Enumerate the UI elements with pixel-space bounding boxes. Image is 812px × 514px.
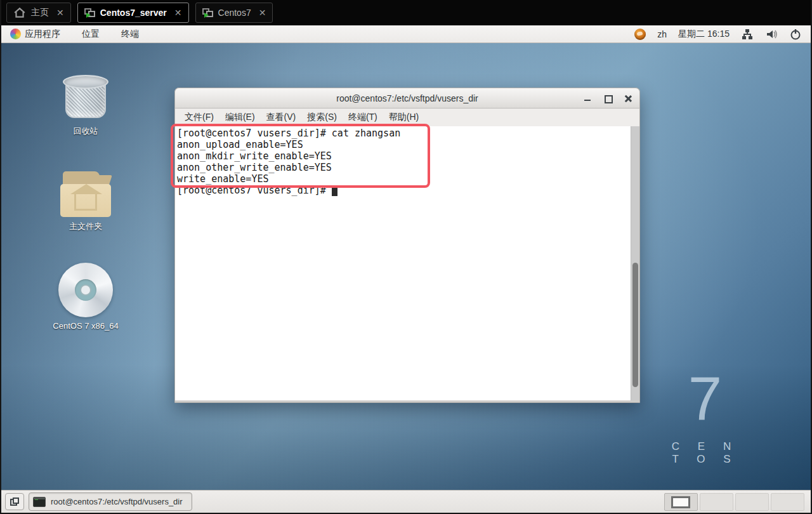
menu-edit[interactable]: 编辑(E): [221, 110, 259, 124]
wallpaper-brand-word: C E N T O S: [662, 440, 748, 466]
terminal-line: [root@centos7 vusers_dir]# cat zhangsan: [177, 128, 629, 139]
applications-menu[interactable]: 应用程序: [8, 27, 63, 41]
terminal-window: root@centos7:/etc/vsftpd/vusers_dir 文件(F…: [174, 88, 640, 403]
taskbar-window-label: root@centos7:/etc/vsftpd/vusers_dir: [51, 497, 183, 506]
home-folder-icon: [59, 171, 112, 217]
viewer-tabbar: 主页 ✕ Centos7_server ✕ Centos7 ✕: [1, 0, 811, 25]
terminal-line: anon_mkdir_write_enable=YES: [177, 150, 629, 162]
places-label: 位置: [82, 29, 100, 40]
input-method-icon[interactable]: [634, 29, 646, 40]
clock[interactable]: 星期二 16:15: [678, 29, 730, 40]
cdrom-icon: [58, 263, 113, 317]
terminal-menubar: 文件(F) 编辑(E) 查看(V) 搜索(S) 终端(T) 帮助(H): [174, 109, 640, 126]
viewer-tab-centos7-server[interactable]: Centos7_server ✕: [77, 3, 189, 23]
wallpaper-brand-numeral: 7: [662, 368, 748, 429]
terminal-menu[interactable]: 终端: [119, 27, 141, 41]
scrollbar-thumb[interactable]: [632, 263, 638, 387]
tab-label: Centos7_server: [100, 8, 167, 18]
home-icon: [13, 6, 26, 19]
tab-close-icon[interactable]: ✕: [174, 8, 182, 18]
viewer-tab-home[interactable]: 主页 ✕: [6, 3, 71, 23]
trash-icon: [63, 74, 108, 122]
show-desktop-button[interactable]: [5, 493, 24, 510]
icon-label: CentOS 7 x86_64: [48, 321, 124, 331]
workspace-2[interactable]: [700, 493, 733, 511]
desktop: 7 C E N T O S 回收站 主文件夹 CentOS 7 x86_64 r…: [1, 43, 811, 490]
taskbar-window-button[interactable]: root@centos7:/etc/vsftpd/vusers_dir: [29, 492, 192, 511]
workspace-4[interactable]: [771, 493, 804, 511]
window-title: root@centos7:/etc/vsftpd/vusers_dir: [175, 93, 639, 103]
terminal-titlebar[interactable]: root@centos7:/etc/vsftpd/vusers_dir: [174, 88, 640, 109]
menu-search[interactable]: 搜索(S): [303, 110, 341, 124]
shell-prompt: [root@centos7 vusers_dir]#: [177, 185, 332, 196]
terminal-line: anon_upload_enable=YES: [177, 139, 629, 150]
icon-label: 回收站: [48, 126, 124, 137]
minimize-icon[interactable]: [584, 95, 591, 102]
terminal-line: write_enable=YES: [177, 173, 629, 185]
vm-display-icon: [84, 8, 95, 18]
menu-help[interactable]: 帮助(H): [384, 110, 423, 124]
input-lang-indicator[interactable]: zh: [657, 29, 667, 39]
desktop-icon-cdrom[interactable]: CentOS 7 x86_64: [48, 263, 124, 331]
terminal-line: anon_other_write_enable=YES: [177, 162, 629, 173]
icon-label: 主文件夹: [48, 221, 124, 232]
power-icon[interactable]: [789, 28, 802, 41]
viewer-window: 主页 ✕ Centos7_server ✕ Centos7 ✕ 应用程序 位置 …: [0, 0, 812, 514]
show-desktop-icon: [10, 498, 19, 506]
gnome-top-panel: 应用程序 位置 终端 zh 星期二 16:15: [1, 25, 811, 43]
tab-label: 主页: [31, 7, 49, 18]
tab-label: Centos7: [218, 8, 251, 18]
menu-terminal[interactable]: 终端(T): [344, 110, 382, 124]
terminal-content[interactable]: [root@centos7 vusers_dir]# cat zhangsana…: [174, 126, 640, 400]
terminal-scrollbar[interactable]: [631, 126, 639, 400]
terminal-app-icon: [33, 497, 46, 507]
places-menu[interactable]: 位置: [79, 27, 102, 41]
workspace-window-thumb: [671, 496, 690, 508]
workspace-switcher: [664, 493, 804, 511]
terminal-cursor: [332, 187, 337, 196]
vm-display-icon: [202, 8, 213, 18]
tab-close-icon[interactable]: ✕: [259, 8, 266, 18]
menu-view[interactable]: 查看(V): [262, 110, 301, 124]
workspace-3[interactable]: [735, 493, 769, 511]
tab-close-icon[interactable]: ✕: [56, 8, 64, 18]
close-icon[interactable]: [624, 95, 632, 102]
wallpaper-brand: 7 C E N T O S: [662, 368, 748, 466]
desktop-icon-trash[interactable]: 回收站: [48, 74, 124, 137]
workspace-1[interactable]: [664, 493, 698, 511]
applications-icon: [10, 29, 21, 39]
volume-icon[interactable]: [765, 28, 778, 41]
viewer-tab-centos7[interactable]: Centos7 ✕: [195, 3, 273, 23]
network-icon[interactable]: [741, 28, 754, 41]
maximize-icon[interactable]: [604, 95, 612, 102]
terminal-output: [root@centos7 vusers_dir]# cat zhangsana…: [177, 128, 629, 196]
desktop-icon-home-folder[interactable]: 主文件夹: [48, 171, 124, 232]
applications-label: 应用程序: [25, 29, 60, 40]
terminal-window-bottom-edge: [174, 400, 640, 403]
bottom-taskbar: root@centos7:/etc/vsftpd/vusers_dir: [1, 490, 811, 513]
terminal-prompt-line: [root@centos7 vusers_dir]#: [177, 185, 629, 196]
menu-file[interactable]: 文件(F): [180, 110, 218, 124]
terminal-label: 终端: [121, 29, 139, 40]
